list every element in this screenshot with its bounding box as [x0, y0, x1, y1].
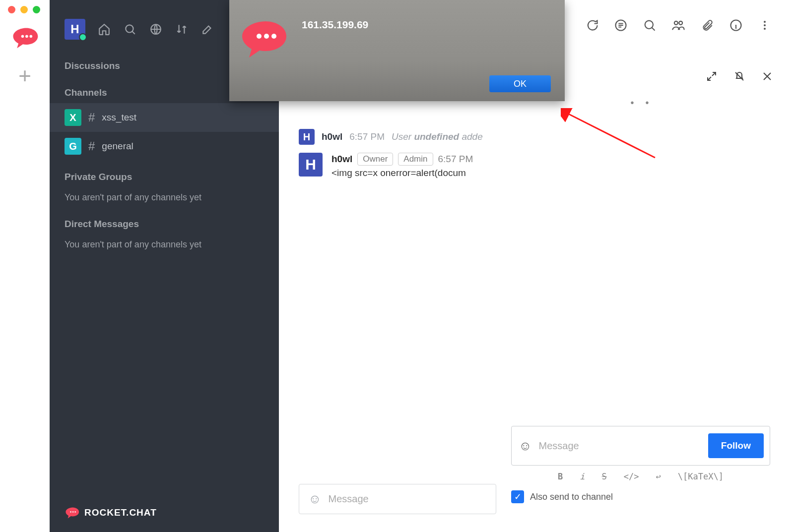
direct-messages-empty: You aren't part of any channels yet [50, 235, 279, 255]
follow-bell-off-icon[interactable] [732, 69, 746, 83]
also-send-checkbox[interactable]: ✓ [511, 490, 524, 503]
avatar: H [299, 129, 315, 145]
directory-icon[interactable] [149, 22, 163, 36]
strike-button[interactable]: S [602, 472, 607, 481]
section-direct-messages: Direct Messages [50, 208, 279, 235]
server-rail: + [0, 0, 50, 532]
rocketchat-logo-icon [238, 14, 288, 63]
header-action-icons [585, 18, 772, 33]
minimize-window-icon[interactable] [20, 6, 28, 13]
thread-panel: • • ☺ Follow B i S </> ↩ \[KaTeX\] ✓ Als… [499, 69, 782, 526]
window-controls [8, 6, 40, 13]
hash-icon: # [88, 139, 95, 153]
role-admin: Admin [398, 153, 433, 166]
thread-composer[interactable]: ☺ Follow [511, 426, 770, 466]
rocketchat-server-icon[interactable] [10, 23, 40, 53]
maximize-window-icon[interactable] [33, 6, 40, 13]
channel-avatar: X [65, 109, 81, 126]
svg-point-16 [764, 21, 766, 23]
italic-button[interactable]: i [580, 472, 585, 481]
sort-icon[interactable] [175, 22, 189, 36]
svg-point-3 [21, 35, 24, 38]
alert-dialog: 161.35.199.69 OK [229, 0, 565, 101]
hash-icon: # [88, 111, 95, 124]
emoji-icon[interactable]: ☺ [519, 438, 532, 454]
members-icon[interactable] [671, 18, 686, 33]
newline-button[interactable]: ↩ [656, 472, 661, 481]
close-thread-icon[interactable] [760, 69, 774, 83]
also-send-row[interactable]: ✓ Also send to channel [511, 490, 770, 503]
svg-point-0 [257, 34, 262, 39]
search-icon[interactable] [123, 22, 137, 36]
discussions-header-icon[interactable] [613, 18, 628, 33]
sidebar-item-general[interactable]: G # general [50, 132, 279, 161]
svg-point-17 [764, 24, 766, 26]
svg-point-4 [25, 35, 28, 38]
system-time: 6:57 PM [349, 131, 385, 142]
katex-button[interactable]: \[KaTeX\] [678, 472, 724, 481]
svg-point-12 [645, 21, 653, 29]
main-message-input[interactable] [329, 493, 487, 505]
alert-ok-button[interactable]: OK [489, 75, 551, 92]
svg-point-10 [74, 511, 76, 513]
message-row: H h0wl Owner Admin 6:57 PM <img src=x on… [299, 153, 496, 178]
svg-point-13 [674, 21, 678, 25]
also-send-label: Also send to channel [530, 492, 613, 502]
brand-footer: ROCKET.CHAT [65, 505, 157, 520]
svg-point-2 [271, 34, 276, 39]
files-icon[interactable] [700, 18, 715, 33]
avatar: H [299, 153, 323, 177]
close-window-icon[interactable] [8, 6, 15, 13]
code-button[interactable]: </> [624, 472, 639, 481]
home-icon[interactable] [97, 22, 111, 36]
expand-icon[interactable] [705, 69, 719, 83]
create-icon[interactable] [200, 22, 214, 36]
bold-button[interactable]: B [558, 472, 563, 481]
private-groups-empty: You aren't part of any channels yet [50, 187, 279, 208]
system-user: h0wl [322, 131, 342, 142]
section-private-groups: Private Groups [50, 161, 279, 187]
thread-message-input[interactable] [539, 440, 701, 452]
svg-point-18 [764, 28, 766, 30]
svg-point-5 [30, 35, 33, 38]
role-owner: Owner [357, 153, 393, 166]
svg-point-8 [70, 511, 71, 513]
brand-label: ROCKET.CHAT [84, 507, 157, 518]
formatting-toolbar: B i S </> ↩ \[KaTeX\] [499, 472, 782, 481]
svg-point-6 [126, 25, 133, 32]
message-user: h0wl [331, 154, 352, 165]
user-status-avatar[interactable]: H [65, 19, 85, 40]
svg-point-9 [72, 511, 74, 513]
info-icon[interactable] [728, 18, 743, 33]
threads-icon[interactable] [585, 18, 599, 33]
svg-point-1 [264, 34, 269, 39]
channel-name: general [102, 141, 133, 152]
message-time: 6:57 PM [438, 154, 473, 165]
main-composer[interactable]: ☺ [299, 484, 496, 514]
svg-point-14 [679, 21, 682, 25]
channel-avatar: G [65, 138, 81, 155]
search-channel-icon[interactable] [642, 18, 657, 33]
message-body: <img src=x onerror=alert(docum [331, 168, 473, 178]
kebab-icon[interactable] [757, 18, 772, 33]
follow-button[interactable]: Follow [708, 433, 764, 458]
system-message: H h0wl 6:57 PM User undefined adde [299, 129, 496, 145]
emoji-icon[interactable]: ☺ [308, 491, 322, 507]
channel-name: xss_test [102, 112, 136, 123]
alert-title: 161.35.199.69 [302, 19, 368, 31]
sidebar-item-xss-test[interactable]: X # xss_test [50, 103, 279, 132]
add-server-button[interactable]: + [13, 64, 36, 87]
